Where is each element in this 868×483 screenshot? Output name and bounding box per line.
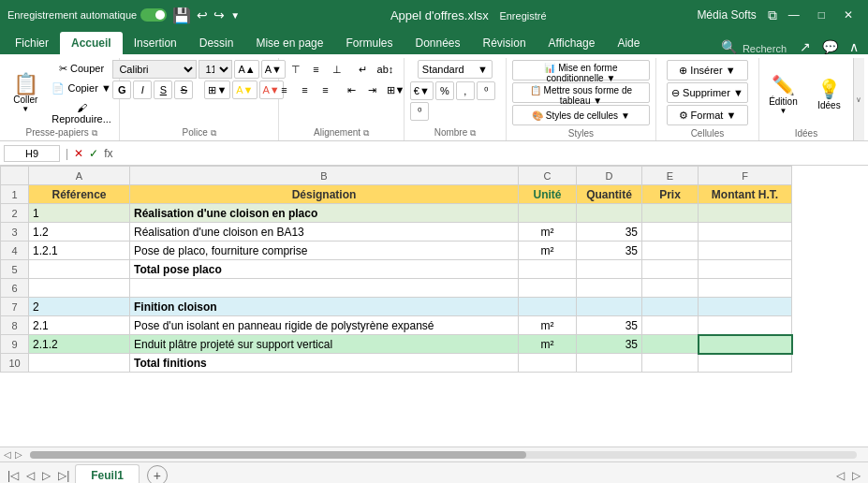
tab-aide[interactable]: Aide — [606, 32, 651, 54]
tab-affichage[interactable]: Affichage — [537, 32, 607, 54]
cell-f4[interactable] — [699, 242, 792, 260]
cell-d5[interactable] — [577, 260, 642, 279]
outdent-button[interactable]: ⇤ — [343, 80, 361, 99]
insert-function-icon[interactable]: fx — [104, 147, 112, 160]
cell-e2[interactable] — [642, 204, 699, 223]
tab-accueil[interactable]: Accueil — [60, 32, 123, 54]
format-button[interactable]: ⚙ Format ▼ — [667, 105, 748, 125]
cell-c9[interactable]: m² — [519, 335, 577, 354]
insert-button[interactable]: ⊕ Insérer ▼ — [667, 60, 748, 80]
scroll-left-icon[interactable]: ◁ — [4, 449, 11, 460]
align-top-button[interactable]: ⊤ — [287, 60, 305, 79]
cell-a9[interactable]: 2.1.2 — [29, 335, 130, 354]
scroll-right-icon[interactable]: ▷ — [15, 449, 22, 460]
h-scrollbar-track[interactable] — [30, 451, 857, 459]
cell-f3[interactable] — [699, 223, 792, 242]
font-name-select[interactable]: Calibri — [112, 60, 197, 79]
sheet-nav-last[interactable]: ▷| — [54, 467, 73, 484]
thousands-button[interactable]: , — [456, 81, 475, 100]
cell-c5[interactable] — [519, 260, 577, 279]
align-right-button[interactable]: ≡ — [316, 80, 335, 99]
cell-b4[interactable]: Pose de placo, fourniture comprise — [130, 242, 519, 260]
cell-f9[interactable] — [699, 335, 792, 354]
cell-d10[interactable] — [577, 354, 642, 373]
cell-d9[interactable]: 35 — [577, 335, 642, 354]
cell-d4[interactable]: 35 — [577, 242, 642, 260]
cell-d3[interactable]: 35 — [577, 223, 642, 242]
cell-b7[interactable]: Finition cloison — [130, 298, 519, 316]
bold-button[interactable]: G — [112, 80, 131, 99]
sheet-scroll-left[interactable]: ◁ — [832, 469, 848, 482]
cell-e9[interactable] — [642, 335, 699, 354]
undo-icon[interactable]: ↩ — [197, 7, 208, 22]
tab-fichier[interactable]: Fichier — [4, 32, 60, 54]
strikethrough-button[interactable]: S — [174, 80, 193, 99]
cell-c4[interactable]: m² — [519, 242, 577, 260]
cell-b2[interactable]: Réalisation d'une cloison en placo — [130, 204, 519, 223]
ribbon-collapse-btn[interactable]: ∧ — [844, 39, 864, 54]
sheet-table-wrapper[interactable]: A B C D E F 1 Référence Désignation Unit… — [0, 166, 868, 446]
minimize-button[interactable]: — — [781, 5, 807, 25]
cell-f1[interactable]: Montant H.T. — [699, 185, 792, 204]
sheet-nav-prev[interactable]: ◁ — [22, 467, 38, 484]
tab-insertion[interactable]: Insertion — [123, 32, 188, 54]
wrap-text-button[interactable]: ↵ — [354, 60, 373, 79]
cell-b8[interactable]: Pose d'un isolant en panneau rigide de p… — [130, 316, 519, 335]
ideas-button[interactable]: 💡 Idées — [808, 74, 850, 114]
reproduire-button[interactable]: 🖌 Reproduire... — [47, 99, 116, 127]
formula-input[interactable] — [116, 145, 864, 162]
increase-font-button[interactable]: A▲ — [234, 60, 258, 79]
cell-e6[interactable] — [642, 279, 699, 298]
cell-b9[interactable]: Enduit plâtre projeté sur support vertic… — [130, 335, 519, 354]
save-icon[interactable]: 💾 — [172, 7, 191, 24]
sheet-nav-first[interactable]: |◁ — [4, 467, 22, 484]
cell-d1[interactable]: Quantité — [577, 185, 642, 204]
cell-c10[interactable] — [519, 354, 577, 373]
share-icon[interactable]: ↗ — [794, 39, 817, 54]
cell-f10[interactable] — [699, 354, 792, 373]
italic-button[interactable]: I — [133, 80, 152, 99]
borders-button[interactable]: ⊞▼ — [204, 80, 230, 99]
cell-a10[interactable] — [29, 354, 130, 373]
underline-button[interactable]: S — [154, 80, 172, 99]
cell-f7[interactable] — [699, 298, 792, 316]
cell-f6[interactable] — [699, 279, 792, 298]
edition-dropdown[interactable]: ▼ — [779, 107, 787, 115]
fill-color-button[interactable]: A▼ — [232, 80, 257, 99]
redo-icon[interactable]: ↪ — [213, 7, 225, 22]
cell-b10[interactable]: Total finitions — [130, 354, 519, 373]
cancel-formula-icon[interactable]: ✕ — [74, 147, 83, 160]
decrease-decimal-button[interactable]: ⁰ — [410, 102, 429, 121]
align-left-button[interactable]: ≡ — [275, 80, 294, 99]
col-header-e[interactable]: E — [642, 167, 699, 185]
col-header-a[interactable]: A — [29, 167, 130, 185]
sheet-tab-feuil1[interactable]: Feuil1 — [75, 464, 140, 483]
cell-a8[interactable]: 2.1 — [29, 316, 130, 335]
coller-dropdown-icon[interactable]: ▼ — [22, 105, 29, 113]
sheet-nav-next[interactable]: ▷ — [38, 467, 54, 484]
coller-button[interactable]: 📋 Coller ▼ — [7, 70, 44, 117]
cell-d6[interactable] — [577, 279, 642, 298]
add-sheet-button[interactable]: + — [147, 465, 168, 484]
cell-a2[interactable]: 1 — [29, 204, 130, 223]
cell-e3[interactable] — [642, 223, 699, 242]
cell-reference-input[interactable] — [4, 145, 60, 162]
orientation-button[interactable]: ab↕ — [375, 60, 397, 79]
cell-c7[interactable] — [519, 298, 577, 316]
cell-c2[interactable] — [519, 204, 577, 223]
conditional-format-button[interactable]: 📊 Mise en forme conditionnelle ▼ — [512, 60, 650, 80]
cell-d2[interactable] — [577, 204, 642, 223]
cell-b1[interactable]: Désignation — [130, 185, 519, 204]
cell-e7[interactable] — [642, 298, 699, 316]
tab-formules[interactable]: Formules — [334, 32, 404, 54]
search-icon[interactable]: 🔍 — [715, 39, 743, 54]
cell-a6[interactable] — [29, 279, 130, 298]
cell-c8[interactable]: m² — [519, 316, 577, 335]
cell-d7[interactable] — [577, 298, 642, 316]
col-header-b[interactable]: B — [130, 167, 519, 185]
delete-button[interactable]: ⊖ Supprimer ▼ — [667, 82, 748, 103]
indent-button[interactable]: ⇥ — [363, 80, 382, 99]
cell-c3[interactable]: m² — [519, 223, 577, 242]
cell-d8[interactable]: 35 — [577, 316, 642, 335]
cell-e4[interactable] — [642, 242, 699, 260]
